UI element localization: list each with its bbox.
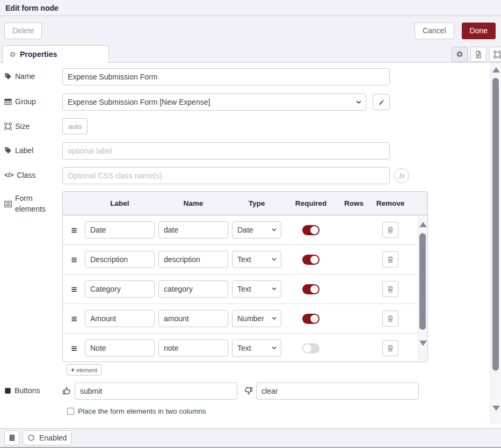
form-element-row: ≡ Number (63, 304, 427, 334)
drag-handle-icon[interactable]: ≡ (67, 314, 81, 324)
label-label: Label (4, 142, 62, 158)
size-label: Size (4, 118, 62, 134)
scroll-down-arrow[interactable] (492, 406, 500, 411)
enabled-toggle-button[interactable]: Enabled (23, 430, 71, 445)
cancel-button[interactable]: Cancel (415, 23, 454, 39)
element-type-select[interactable]: Number (232, 310, 281, 327)
element-name-input[interactable] (158, 251, 228, 268)
group-label: Group (4, 93, 62, 110)
class-row: </> Class ƒx (4, 167, 409, 184)
thumbs-down-icon (244, 386, 253, 395)
tag-icon (4, 147, 12, 154)
tab-properties[interactable]: Properties (2, 45, 109, 63)
circle-icon (27, 434, 35, 442)
drag-handle-icon[interactable]: ≡ (67, 284, 81, 294)
form-elements-label: Form elements (4, 191, 62, 214)
col-name: Name (158, 199, 228, 207)
label-input[interactable] (62, 142, 390, 160)
required-toggle[interactable] (302, 255, 320, 265)
name-row: Name (4, 68, 390, 85)
element-name-input[interactable] (158, 339, 228, 357)
properties-panel: Name Group Expense Submission Form [New … (0, 63, 501, 428)
name-label: Name (4, 68, 62, 84)
book-icon (9, 434, 16, 442)
two-columns-checkbox[interactable] (67, 408, 74, 415)
add-element-button[interactable]: + element (67, 364, 101, 375)
drag-handle-icon[interactable]: ≡ (67, 255, 81, 265)
label-row: Label (4, 142, 390, 160)
form-element-row: ≡ Date (63, 215, 427, 245)
dynamic-class-button[interactable]: ƒx (394, 168, 409, 183)
drag-handle-icon[interactable]: ≡ (67, 343, 81, 353)
required-toggle[interactable] (302, 314, 320, 324)
dialog-scrollbar-thumb[interactable] (492, 78, 499, 371)
object-frame-icon (493, 50, 501, 59)
col-required: Required (285, 199, 337, 207)
delete-button[interactable]: Delete (4, 23, 42, 39)
element-label-input[interactable] (85, 221, 155, 239)
list-icon (4, 201, 12, 207)
table-scrollbar-thumb[interactable] (419, 233, 426, 330)
plus-icon: + (71, 366, 75, 374)
buttons-row: Buttons (4, 382, 419, 400)
form-element-row: ≡ Text (63, 245, 427, 274)
form-elements-table-header: Label Name Type Required Rows Remove (63, 192, 427, 215)
col-rows: Rows (340, 199, 367, 207)
two-columns-row: Place the form elements in two columns (67, 407, 206, 415)
element-type-select[interactable]: Text (232, 251, 281, 268)
remove-element-button[interactable] (382, 222, 398, 238)
class-input[interactable] (62, 167, 390, 184)
element-label-input[interactable] (85, 310, 155, 327)
element-type-select[interactable]: Text (232, 339, 281, 357)
scroll-down-arrow[interactable] (419, 341, 427, 346)
element-label-input[interactable] (85, 251, 155, 268)
required-toggle[interactable] (302, 343, 320, 353)
tab-button-properties[interactable] (452, 47, 468, 62)
square-icon (4, 387, 11, 394)
element-type-select[interactable]: Text (232, 280, 281, 298)
form-element-row: ≡ Text (63, 274, 427, 304)
edit-group-button[interactable] (373, 94, 390, 110)
required-toggle[interactable] (302, 225, 320, 235)
form-element-row: ≡ Text (63, 334, 427, 362)
form-elements-rows: ≡ Date ≡ Text (63, 215, 427, 362)
drag-handle-icon[interactable]: ≡ (67, 225, 81, 235)
group-row: Group Expense Submission Form [New Expen… (4, 93, 390, 111)
table-scrollbar[interactable] (418, 215, 427, 362)
element-type-select[interactable]: Date (232, 221, 281, 239)
element-name-input[interactable] (158, 221, 228, 239)
tag-icon (4, 73, 12, 80)
element-label-input[interactable] (85, 280, 155, 298)
fx-icon: ƒx (399, 173, 405, 179)
tab-button-description[interactable] (470, 47, 487, 62)
remove-element-button[interactable] (382, 281, 398, 297)
name-input[interactable] (62, 68, 390, 85)
tab-button-appearance[interactable] (489, 47, 501, 62)
element-label-input[interactable] (85, 339, 155, 357)
remove-element-button[interactable] (382, 310, 398, 327)
submit-button-input[interactable] (75, 382, 237, 400)
done-button[interactable]: Done (462, 23, 496, 39)
trash-icon (387, 315, 394, 323)
size-button[interactable]: auto (62, 118, 88, 134)
form-elements-table: Label Name Type Required Rows Remove ≡ D… (62, 191, 428, 362)
element-name-input[interactable] (158, 280, 228, 298)
element-name-input[interactable] (158, 310, 228, 327)
dialog-button-bar: Delete Cancel Done (0, 16, 501, 45)
group-select[interactable]: Expense Submission Form [New Expense] (62, 93, 366, 111)
tab-properties-label: Properties (20, 50, 57, 59)
trash-icon (387, 285, 394, 293)
group-select-wrap: Expense Submission Form [New Expense] (62, 93, 366, 111)
remove-element-button[interactable] (382, 340, 398, 356)
required-toggle[interactable] (302, 284, 320, 294)
thumbs-up-icon (62, 386, 71, 395)
remove-element-button[interactable] (382, 251, 398, 268)
tab-strip: Properties (0, 45, 501, 63)
docs-button[interactable] (4, 430, 19, 445)
scroll-up-arrow[interactable] (419, 222, 427, 227)
clear-button-input[interactable] (256, 382, 419, 400)
dialog-header: Edit form node (0, 0, 501, 16)
dialog-scrollbar[interactable] (490, 63, 501, 424)
trash-icon (387, 256, 394, 264)
scroll-up-arrow[interactable] (492, 67, 500, 73)
